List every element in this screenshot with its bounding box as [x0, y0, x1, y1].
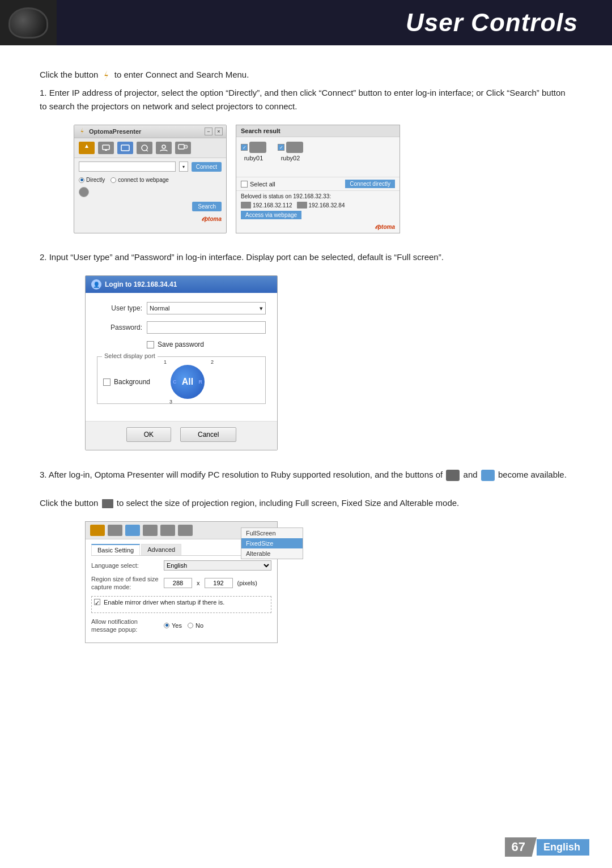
language-row: Language select: English [91, 560, 271, 571]
close-button[interactable]: × [215, 127, 223, 135]
user-type-select[interactable]: Normal ▾ [147, 302, 266, 314]
webpage-label: connect to webpage [118, 177, 169, 183]
fullscreen-option[interactable]: FullScreen [241, 528, 303, 538]
port-all-circle[interactable]: C All R [171, 365, 205, 399]
login-body: User type: Normal ▾ Password: Save passw… [86, 293, 277, 421]
proj-toolbar: FullScreen FixedSize Alterable [86, 522, 277, 539]
proj-tb-icon-1[interactable] [90, 525, 105, 536]
cancel-button[interactable]: Cancel [180, 427, 236, 442]
proj-tb-icon-3[interactable] [125, 525, 140, 536]
proj1-check[interactable]: ✓ [241, 142, 266, 153]
tab-basic-setting[interactable]: Basic Setting [91, 544, 140, 555]
region-height-input[interactable] [205, 578, 233, 588]
proj1-icon [249, 142, 266, 153]
proj2-checkbox[interactable]: ✓ [278, 144, 284, 151]
proj2-check[interactable]: ✓ [278, 142, 303, 153]
ok-button[interactable]: OK [126, 427, 171, 442]
no-option[interactable]: No [188, 622, 203, 629]
svg-rect-6 [178, 144, 184, 149]
save-password-checkbox[interactable] [147, 341, 154, 348]
no-label: No [196, 622, 203, 629]
ip1-item: 192.168.32.112 [241, 202, 292, 209]
page-header: User Controls [0, 0, 612, 45]
connect-directly-button[interactable]: Connect directly [345, 180, 395, 188]
ip-input[interactable] [79, 161, 176, 172]
toolbar-icon-1[interactable] [79, 142, 95, 154]
ip-row: 192.168.32.112 192.168.32.84 [241, 202, 395, 209]
yes-radio[interactable] [164, 623, 169, 628]
region-x-label: x [197, 580, 200, 586]
webpage-radio[interactable] [110, 177, 116, 183]
yes-option[interactable]: Yes [164, 622, 182, 629]
no-radio[interactable] [188, 623, 193, 628]
region-size-row: Region size of fixed size capture mode: … [91, 575, 271, 592]
toolbar-icon-3[interactable] [117, 142, 133, 154]
step3-content: After log-in, Optoma Presenter will modi… [49, 470, 443, 479]
step3-and: and [464, 470, 478, 479]
port-num-2[interactable]: 2 [211, 359, 214, 365]
proj-tb-icon-5[interactable] [160, 525, 175, 536]
login-title: Login to 192.168.34.41 [105, 280, 177, 288]
optoma-presenter-window: OptomaPresenter − × [74, 125, 227, 233]
ip1-icon [241, 202, 251, 209]
directly-option[interactable]: Directly [79, 177, 105, 183]
port-num-1[interactable]: 1 [164, 359, 167, 365]
proj2-icon [286, 142, 303, 153]
monitor-icon-1 [446, 470, 460, 481]
svg-rect-1 [105, 150, 107, 151]
toolbar-icon-4[interactable] [137, 142, 152, 154]
header-logo [0, 0, 57, 45]
proj1-name: ruby01 [244, 155, 264, 161]
user-type-dropdown-arrow: ▾ [260, 305, 263, 312]
page-number: 67 [505, 837, 537, 857]
background-option[interactable]: Background [103, 378, 150, 386]
proj-tb-icon-2[interactable] [108, 525, 122, 536]
proj1-checkbox[interactable]: ✓ [241, 144, 248, 151]
projection-region-icon [102, 499, 113, 508]
port-diagram: 1 2 C All R 3 [159, 365, 216, 399]
proj-tb-icon-4[interactable] [143, 525, 158, 536]
toolbar-icon-5[interactable] [156, 142, 172, 154]
tab-advanced[interactable]: Advanced [141, 544, 181, 555]
alterable-option[interactable]: Alterable [241, 548, 303, 559]
webpage-option[interactable]: connect to webpage [110, 177, 169, 183]
fixedsize-option[interactable]: FixedSize [241, 538, 303, 548]
directly-radio[interactable] [79, 177, 84, 183]
minimize-button[interactable]: − [205, 127, 212, 135]
mirror-driver-checkbox[interactable]: ✓ [94, 599, 100, 605]
password-row: Password: [97, 321, 266, 334]
screen-mode-menu: FullScreen FixedSize Alterable [241, 527, 303, 559]
dropdown-arrow[interactable]: ▾ [179, 161, 188, 172]
search-button[interactable]: Search [192, 202, 222, 211]
toolbar-icon-2[interactable] [98, 142, 114, 154]
password-input[interactable] [147, 321, 266, 334]
window-controls[interactable]: − × [205, 127, 223, 135]
notification-label: Allow notification message popup: [91, 618, 159, 634]
optoma-logo: 𝒪ptoma [74, 214, 226, 225]
select-all-checkbox[interactable] [241, 181, 248, 188]
monitor-icon-2 [481, 470, 495, 481]
select-all-group[interactable]: Select all [241, 181, 275, 188]
language-select[interactable]: English [164, 560, 271, 571]
intro-prefix: Click the button [40, 70, 98, 79]
step4-suffix: to select the size of projection region,… [117, 498, 460, 508]
connect-button[interactable]: Connect [192, 162, 222, 172]
step2-text: 2. Input “User type” and “Password” in l… [40, 250, 572, 264]
svg-rect-0 [103, 145, 109, 150]
projector-2: ✓ ruby02 [278, 142, 303, 161]
ip2-item: 192.168.32.84 [297, 202, 345, 209]
port-num-3[interactable]: 3 [169, 399, 172, 405]
toolbar-icon-6[interactable] [175, 142, 191, 154]
status-section: Beloved is status on 192.168.32.33: 192.… [236, 190, 400, 222]
access-webpage-button[interactable]: Access via webpage [241, 211, 301, 219]
yes-label: Yes [172, 622, 182, 629]
password-label: Password: [97, 324, 142, 331]
language-label: Language select: [91, 561, 159, 569]
display-port-body: Background 1 2 C All R 3 [103, 365, 260, 399]
region-unit-label: (pixels) [237, 580, 257, 586]
region-width-input[interactable] [164, 578, 192, 588]
background-checkbox[interactable] [103, 378, 110, 386]
proj-tb-icon-6[interactable] [178, 525, 193, 536]
login-footer: OK Cancel [86, 421, 277, 450]
save-password-label: Save password [158, 341, 204, 348]
